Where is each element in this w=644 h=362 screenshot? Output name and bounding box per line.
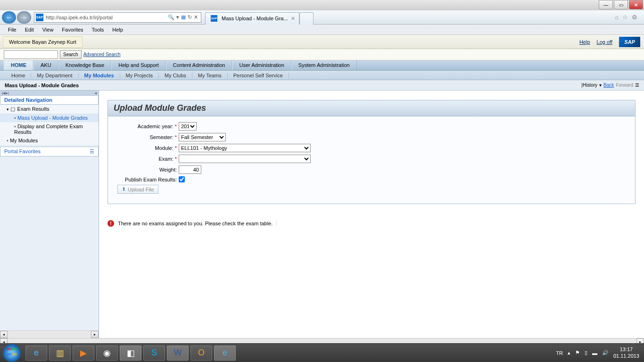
menu-file[interactable]: File <box>4 27 21 33</box>
topnav-user[interactable]: User Administration <box>232 60 291 70</box>
search-icon[interactable]: 🔍 <box>168 14 174 20</box>
tray-volume-icon[interactable]: 🔊 <box>602 350 609 356</box>
close-button[interactable]: ✕ <box>629 0 643 9</box>
tab-title: Mass Upload - Module Gra... <box>222 16 288 21</box>
subnav-self[interactable]: Personel Self Service <box>228 73 289 78</box>
task-chrome-icon[interactable]: ◉ <box>96 346 118 361</box>
task-ie2-icon[interactable]: e <box>214 346 236 361</box>
menu-favorites[interactable]: Favorites <box>58 27 87 33</box>
history-back[interactable]: Back <box>603 82 614 88</box>
sap-favicon: SAP <box>36 14 43 21</box>
task-outlook-icon[interactable]: O <box>190 346 212 361</box>
new-tab-button[interactable] <box>299 12 314 25</box>
topnav-home[interactable]: HOME <box>4 60 33 70</box>
url-text[interactable]: http://sap.ipek.edu.tr/irj/portal <box>45 15 165 20</box>
sidebar-scrollbar[interactable]: ◂ ▸ <box>0 330 99 338</box>
sidebar-detailed-nav[interactable]: Detailed Navigation <box>0 95 99 105</box>
tree-display-exam[interactable]: Display and Complete Exam Results <box>0 122 99 136</box>
history-forward: Forward <box>616 82 633 88</box>
address-bar[interactable]: SAP http://sap.ipek.edu.tr/irj/portal 🔍 … <box>34 12 201 23</box>
sidebar-handle[interactable]: |◂|▸|◂ <box>0 90 99 95</box>
error-icon: ! <box>107 220 114 227</box>
menu-edit[interactable]: Edit <box>21 27 38 33</box>
tray-lang[interactable]: TR <box>556 350 563 356</box>
upload-file-button[interactable]: ⬆ Upload File <box>117 185 158 194</box>
stop-icon[interactable]: ✕ <box>194 14 198 20</box>
history-label[interactable]: |History <box>581 82 597 88</box>
topnav-help[interactable]: Help and Support <box>111 60 166 70</box>
start-button[interactable] <box>3 344 21 362</box>
search-input[interactable] <box>4 50 58 59</box>
subnav-modules[interactable]: My Modules <box>79 73 120 78</box>
select-year[interactable]: 2013 <box>179 122 197 131</box>
task-word-icon[interactable]: W <box>167 346 189 361</box>
tray-clock[interactable]: 13:17 01.11.2013 <box>613 346 639 359</box>
minimize-button[interactable]: — <box>599 0 613 9</box>
options-icon[interactable]: ☰ <box>635 82 639 88</box>
refresh-icon[interactable]: ↻ <box>188 14 192 20</box>
main-content: Upload Module Grades Academic year: * 20… <box>99 90 644 338</box>
home-icon[interactable]: ⌂ <box>615 14 619 21</box>
subnav-projects[interactable]: My Projects <box>120 73 159 78</box>
subnav-teams[interactable]: My Teams <box>192 73 228 78</box>
label-module: Module: <box>155 145 173 151</box>
error-message: ! There are no exams assigned to you. Pl… <box>107 220 636 227</box>
tray-network-icon[interactable]: ▬ <box>592 350 597 356</box>
tray-flag-icon[interactable]: ⚑ <box>575 350 580 356</box>
page-title: Mass Upload - Module Grades <box>5 82 79 88</box>
task-app-icon[interactable]: ◧ <box>120 346 141 361</box>
sidebar-favorites[interactable]: Portal Favorites ☰ <box>0 147 99 156</box>
tab-close-icon[interactable]: ✕ <box>291 16 295 22</box>
dropdown-icon[interactable]: ▾ <box>176 14 179 20</box>
subnav-clubs[interactable]: My Clubs <box>159 73 192 78</box>
topnav-knowledge[interactable]: Knowledge Base <box>58 60 112 70</box>
menu-tools[interactable]: Tools <box>88 27 108 33</box>
checkbox-publish[interactable] <box>179 176 185 182</box>
browser-menu: File Edit View Favorites Tools Help <box>0 25 644 35</box>
subnav-home[interactable]: Home <box>6 73 31 78</box>
panel-title: Upload Module Grades <box>108 100 635 116</box>
label-year: Academic year: <box>138 123 173 129</box>
menu-help[interactable]: Help <box>108 27 127 33</box>
logoff-link[interactable]: Log off <box>597 39 612 45</box>
tree-my-modules[interactable]: My Modules <box>0 136 99 145</box>
input-weight[interactable] <box>179 165 201 174</box>
tools-icon[interactable]: ⚙ <box>632 14 637 21</box>
sub-navigation: Home My Department My Modules My Project… <box>0 71 644 80</box>
menu-view[interactable]: View <box>38 27 58 33</box>
task-skype-icon[interactable]: S <box>143 346 165 361</box>
upload-icon: ⬆ <box>122 186 126 192</box>
compat-icon[interactable]: ▦ <box>181 14 186 20</box>
back-button[interactable]: ← <box>2 11 16 24</box>
select-exam[interactable] <box>179 155 311 163</box>
maximize-button[interactable]: ▭ <box>614 0 628 9</box>
history-dropdown-icon[interactable]: ▾ <box>599 82 602 88</box>
topnav-system[interactable]: System Administration <box>291 60 357 70</box>
browser-tab[interactable]: SAP Mass Upload - Module Gra... ✕ <box>205 12 299 25</box>
search-button[interactable]: Search <box>60 50 82 59</box>
advanced-search-link[interactable]: Advanced Search <box>83 52 121 57</box>
tray-chevron-icon[interactable]: ▴ <box>568 350 570 356</box>
select-semester[interactable]: Fall Semester <box>179 133 226 141</box>
select-module[interactable]: ELL101 - Mythology <box>179 144 311 152</box>
help-link[interactable]: Help <box>579 39 590 45</box>
subnav-dept[interactable]: My Department <box>31 73 78 78</box>
favorites-menu-icon[interactable]: ☰ <box>90 148 94 155</box>
task-explorer-icon[interactable]: ▥ <box>49 346 71 361</box>
favorites-icon[interactable]: ☆ <box>622 14 628 21</box>
label-semester: Semester: <box>150 134 173 140</box>
tray-battery-icon[interactable]: ▯ <box>585 350 587 356</box>
window-titlebar: — ▭ ✕ <box>0 0 644 10</box>
scroll-left-icon[interactable]: ◂ <box>0 331 8 338</box>
topnav-content[interactable]: Content Administration <box>166 60 232 70</box>
topnav-aku[interactable]: AKU <box>33 60 58 70</box>
scroll-right-icon[interactable]: ▸ <box>91 331 99 338</box>
browser-toolbar: ← → SAP http://sap.ipek.edu.tr/irj/porta… <box>0 10 644 25</box>
folder-icon: ▢ <box>10 106 16 112</box>
forward-button[interactable]: → <box>17 11 31 24</box>
tree-mass-upload[interactable]: Mass Upload - Module Grades <box>0 114 99 122</box>
task-ie-icon[interactable]: e <box>25 346 47 361</box>
breadcrumb: Mass Upload - Module Grades |History ▾ B… <box>0 80 644 90</box>
task-media-icon[interactable]: ▶ <box>73 346 94 361</box>
tree-exam-results[interactable]: ▢ Exam Results <box>0 105 99 114</box>
